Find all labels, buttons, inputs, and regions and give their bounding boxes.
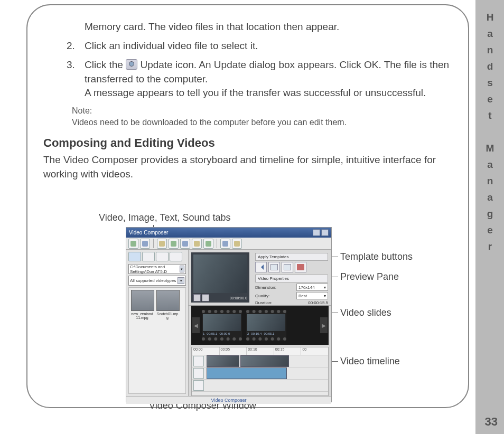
timeline-clip[interactable] <box>207 367 287 379</box>
separator <box>217 239 217 248</box>
source-tabs <box>128 252 186 261</box>
section-heading: Composing and Editing Videos <box>43 136 452 150</box>
toolbar-button[interactable] <box>220 239 230 249</box>
note-block: Note: Videos need to be downloaded to th… <box>72 105 452 128</box>
close-button[interactable] <box>321 229 329 236</box>
caption-preview: Preview Pane <box>340 271 399 282</box>
type-combo[interactable]: All supported videotypes ▾ <box>128 276 186 286</box>
tab-video[interactable] <box>128 252 141 261</box>
chevron-down-icon: ▾ <box>178 277 184 284</box>
video-slide[interactable]: 1 00:05.1 00:00.0 <box>202 310 242 341</box>
side-column: Handset Manager 33 <box>475 0 504 434</box>
note-text: Videos need to be downloaded to the comp… <box>72 117 452 128</box>
template-button[interactable] <box>295 262 306 272</box>
video-timeline: 00:00 00:05 00:10 00:15 00 <box>191 347 329 396</box>
chevron-down-icon: ▾ <box>324 285 326 290</box>
timeline-track-audio[interactable] <box>192 367 328 380</box>
timeline-clip[interactable] <box>240 355 289 367</box>
timeline-clip[interactable] <box>207 355 239 367</box>
step-2-text: Click an individual video file to select… <box>85 39 452 53</box>
prop-quality: Quality: Best▾ <box>255 292 328 299</box>
video-properties-label: Video Properties <box>255 275 328 282</box>
timeline-track-video[interactable] <box>192 355 328 367</box>
step-3-text: Click the Update icon. An Update dialog … <box>85 58 452 100</box>
toolbar-button[interactable] <box>157 239 167 249</box>
tab-sound[interactable] <box>170 252 182 261</box>
content-frame: Memory card. The video files in that loc… <box>26 4 469 408</box>
template-button[interactable] <box>255 262 267 272</box>
caption-tabs: Video, Image, Text, Sound tabs <box>99 212 231 223</box>
prop-dimension: Dimension: 176x144▾ <box>255 284 328 291</box>
ruler-tick: 00 <box>301 347 328 355</box>
window-buttons <box>313 229 329 236</box>
toolbar-button[interactable] <box>232 239 242 249</box>
file-thumbnail[interactable]: Scotch01.mpg <box>156 290 179 319</box>
step-3-text-a: Click the <box>85 59 126 70</box>
file-thumbnail[interactable]: new_zealand11.mpg <box>131 290 153 319</box>
tab-text[interactable] <box>156 252 169 261</box>
step-3: 3. Click the Update icon. An Update dial… <box>67 58 452 100</box>
minimize-button[interactable] <box>313 229 320 236</box>
type-combo-value: All supported videotypes <box>130 278 176 283</box>
preview-image <box>193 254 247 293</box>
path-combo[interactable]: C:\Documents and Settings\Don AT5-D ▾ <box>128 264 186 274</box>
side-title: Handset Manager <box>484 12 496 257</box>
page: Handset Manager 33 Memory card. The vide… <box>0 0 504 434</box>
caption-timeline: Video timeline <box>340 356 400 367</box>
prop-qual-label: Quality: <box>255 294 269 298</box>
prop-duration: Duration: 00:00:15.5 <box>255 300 328 305</box>
storyboard: ◀ 1 00:05.1 00:00.0 2 <box>191 306 329 345</box>
toolbar-button[interactable] <box>140 239 150 249</box>
slide-info: 1 00:05.1 00:00.0 <box>203 332 241 337</box>
template-button[interactable] <box>268 262 280 272</box>
toolbar-button[interactable] <box>128 239 138 249</box>
prop-dim-label: Dimension: <box>255 285 276 290</box>
template-buttons <box>255 262 328 272</box>
toolbar-button[interactable] <box>180 239 190 249</box>
step-1-text: Memory card. The video files in that loc… <box>85 20 452 34</box>
left-pane: C:\Documents and Settings\Don AT5-D ▾ Al… <box>126 250 189 396</box>
toolbar-button[interactable] <box>192 239 202 249</box>
separator <box>153 239 154 248</box>
slides-next-button[interactable]: ▶ <box>320 317 328 333</box>
timeline-track-text[interactable] <box>192 380 328 392</box>
step-1-continuation: Memory card. The video files in that loc… <box>67 20 452 34</box>
toolbar-button[interactable] <box>203 239 213 249</box>
toolbar-button[interactable] <box>169 239 179 249</box>
step-3-text-b: Update icon. An Update dialog box appear… <box>85 59 449 84</box>
video-composer-window: Video Composer <box>126 227 332 402</box>
ruler-tick: 00:15 <box>274 347 301 355</box>
ruler-tick: 00:00 <box>192 347 219 355</box>
caption-slides: Video slides <box>340 307 391 318</box>
tab-image[interactable] <box>142 252 155 261</box>
ruler-tick: 00:10 <box>246 347 274 355</box>
quality-select[interactable]: Best▾ <box>296 292 328 299</box>
template-button[interactable] <box>282 262 293 272</box>
apply-templates-label: Apply Templates <box>255 253 328 261</box>
dimension-select[interactable]: 176x144▾ <box>296 284 328 291</box>
window-body: C:\Documents and Settings\Don AT5-D ▾ Al… <box>126 250 331 396</box>
step-3-text-c: A message appears to tell you if the tra… <box>85 87 426 98</box>
preview-time: 00:00:00.0 <box>230 296 247 300</box>
slide-info: 2 00:10.4 00:05.1 <box>247 332 285 337</box>
text-track-icon <box>193 380 204 391</box>
video-track-icon <box>193 356 204 366</box>
chevron-down-icon: ▾ <box>324 294 326 298</box>
upper-row: 00:00:00.0 Apply Templates Video <box>189 250 331 306</box>
thumbnail-image <box>131 290 154 311</box>
thumbnail-label: new_zealand11.mpg <box>131 312 153 319</box>
prop-dur-value: 00:00:15.5 <box>308 300 328 305</box>
chevron-down-icon: ▾ <box>180 266 184 272</box>
path-combo-value: C:\Documents and Settings\Don AT5-D <box>130 265 180 274</box>
play-button[interactable] <box>193 294 201 301</box>
status-bar: Video Composer <box>126 396 331 404</box>
note-label: Note: <box>72 105 452 117</box>
timeline-ruler: 00:00 00:05 00:10 00:15 00 <box>192 347 328 355</box>
properties-panel: Apply Templates Video Properties Dimensi… <box>252 250 331 305</box>
thumbnail-label: Scotch01.mpg <box>156 312 179 319</box>
stop-button[interactable] <box>202 294 209 301</box>
slides-prev-button[interactable]: ◀ <box>192 317 200 333</box>
video-slide[interactable]: 2 00:10.4 00:05.1 <box>246 310 286 341</box>
caption-templates: Template buttons <box>340 251 413 262</box>
slide-image <box>247 314 285 331</box>
